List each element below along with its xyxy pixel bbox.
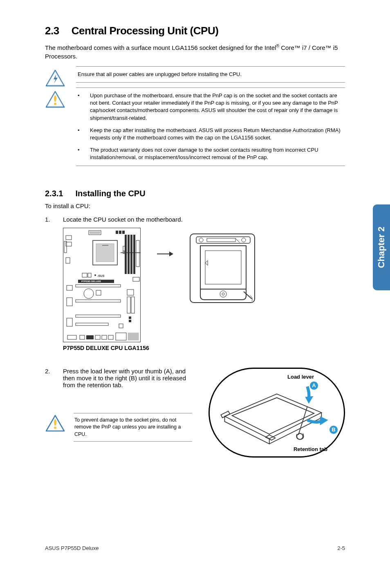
svg-rect-40 [116,333,126,340]
step-1: 1. Locate the CPU socket on the motherbo… [45,216,345,223]
label-a: A [309,381,318,390]
load-lever-diagram: Load lever Retention tab A B [208,368,345,458]
svg-rect-26 [67,285,72,290]
bullet-dot: • [78,146,80,161]
svg-rect-42 [119,324,123,328]
bullet-dot: • [78,127,80,141]
svg-rect-56 [207,238,235,242]
svg-rect-23 [76,300,121,302]
retention-tab-label: Retention tab [294,446,327,452]
svg-rect-32 [129,316,131,319]
footer-left: ASUS P7P55D Deluxe [45,545,99,551]
svg-rect-12 [96,244,114,262]
svg-line-63 [244,292,252,299]
svg-rect-19 [133,277,139,281]
danger-note-text: Ensure that all power cables are unplugg… [78,71,242,77]
caution-icon-col [45,88,65,108]
svg-marker-67 [305,396,313,403]
svg-rect-24 [76,315,121,317]
danger-icon-col [45,66,65,87]
caution-bullet-item: • The product warranty does not cover da… [78,146,343,161]
page-footer: ASUS P7P55D Deluxe 2-5 [45,545,345,551]
diagram-caption: P7P55D DELUXE CPU LGA1156 [63,345,345,351]
caution-bullet-item: • Upon purchase of the motherboard, ensu… [78,92,343,122]
svg-rect-14 [125,235,127,274]
step-2-number: 2. [45,368,52,388]
arrow-right-b [307,416,328,425]
svg-rect-5 [119,231,121,234]
svg-rect-6 [122,231,125,234]
caution-text-0: Upon purchase of the motherboard, ensure… [90,92,343,122]
mini-caution-text: To prevent damage to the socket pins, do… [74,417,181,437]
svg-line-57 [235,238,240,242]
caution-bullet-list: • Upon purchase of the motherboard, ensu… [78,92,343,162]
lightning-triangle-icon [45,70,65,87]
cpu-socket-svg [191,234,256,304]
svg-rect-3 [90,231,100,234]
svg-point-1 [54,103,56,105]
svg-rect-44 [88,273,91,277]
step-1-text: Locate the CPU socket on the motherboard… [63,216,183,223]
motherboard-outline-diagram: /SUS P7P55D DELUXE [63,228,141,342]
svg-rect-4 [116,231,118,234]
svg-rect-33 [129,320,131,322]
svg-point-66 [297,433,303,440]
svg-rect-37 [95,335,100,339]
svg-rect-16 [130,235,132,274]
exclamation-triangle-icon [45,91,65,108]
subsection-number: 2.3.1 [45,189,63,198]
label-b: B [329,425,338,434]
chapter-side-tab-text: Chapter 2 [376,227,387,268]
svg-rect-38 [102,335,107,339]
svg-point-65 [54,426,56,429]
svg-point-45 [94,274,96,276]
svg-rect-25 [76,323,108,325]
svg-rect-36 [86,335,94,339]
svg-rect-50 [123,251,125,254]
svg-rect-22 [76,285,121,287]
svg-rect-27 [67,298,72,306]
exclamation-triangle-icon [45,415,65,432]
svg-marker-52 [169,251,173,256]
svg-rect-41 [128,333,139,340]
danger-note-body: Ensure that all power cables are unplugg… [76,66,345,83]
svg-point-64 [54,419,56,426]
section-heading: 2.3Central Processing Unit (CPU) [45,25,345,37]
motherboard-svg: /SUS P7P55D DELUXE [63,228,141,343]
svg-rect-21 [96,290,101,295]
svg-rect-10 [66,258,70,263]
svg-point-0 [54,95,56,102]
svg-rect-39 [108,335,113,339]
caution-text-1: Keep the cap after installing the mother… [90,127,343,141]
svg-text:/SUS: /SUS [97,274,105,277]
step-2-left-col: 2. Press the load lever with your thumb … [45,368,192,442]
svg-rect-15 [128,235,130,274]
svg-rect-34 [67,335,76,339]
motherboard-diagram-row: /SUS P7P55D DELUXE [63,228,345,342]
step-2: 2. Press the load lever with your thumb … [45,368,192,388]
load-lever-svg [210,369,344,456]
caution-text-2: The product warranty does not cover dama… [90,146,343,161]
registered-symbol: ® [276,43,279,48]
svg-marker-68 [320,416,328,425]
cpu-socket-detail-diagram [190,233,255,303]
install-intro: To install a CPU: [45,202,345,209]
step-2-row: 2. Press the load lever with your thumb … [45,368,345,458]
svg-rect-31 [131,297,134,313]
svg-point-54 [199,238,203,242]
step-2-text: Press the load lever with your thumb (A)… [63,368,192,388]
step-1-number: 1. [45,216,52,223]
svg-rect-17 [133,235,135,274]
load-lever-label: Load lever [287,374,314,380]
svg-rect-29 [127,290,134,295]
footer-right: 2-5 [337,545,345,551]
section-title-text: Central Processing Unit (CPU) [72,25,219,37]
arrow-right-icon [157,246,173,262]
svg-rect-18 [136,240,139,267]
svg-point-61 [220,291,226,297]
svg-point-20 [84,289,94,298]
svg-point-55 [242,238,246,242]
svg-rect-28 [67,318,72,326]
bullet-dot: • [78,92,80,122]
subsection-title-text: Installing the CPU [75,189,145,198]
